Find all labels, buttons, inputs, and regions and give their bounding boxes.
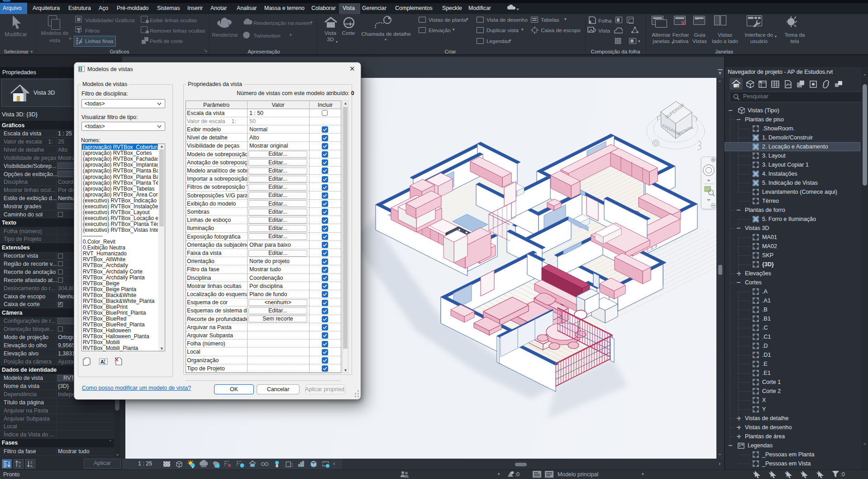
svg-text:Z: Z <box>19 464 21 467</box>
svg-text:A: A <box>100 359 104 364</box>
svg-text:A: A <box>30 464 33 467</box>
